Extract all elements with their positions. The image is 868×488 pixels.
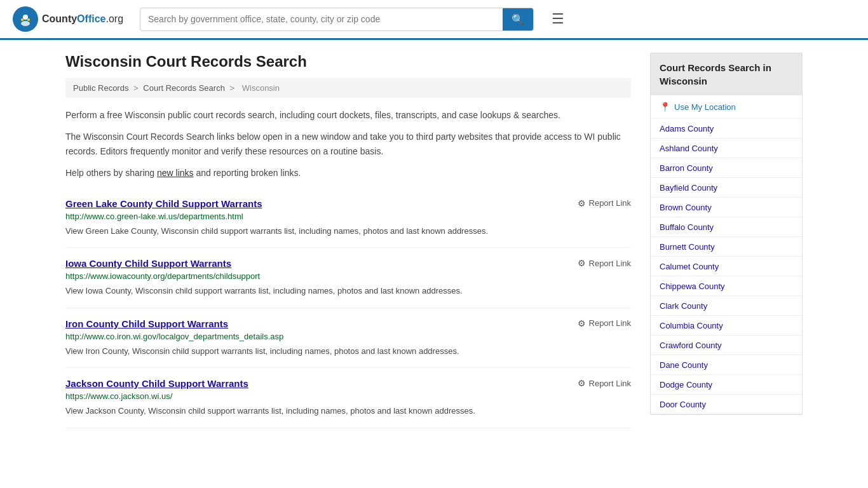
result-header-0: Green Lake County Child Support Warrants…: [65, 198, 631, 209]
report-icon-1: ⚙: [578, 258, 586, 268]
county-list-item: Brown County: [651, 198, 802, 217]
county-list-item: Chippewa County: [651, 276, 802, 296]
page-title: Wisconsin Court Records Search: [65, 53, 631, 71]
result-title-2[interactable]: Iron County Child Support Warrants: [65, 318, 228, 329]
county-link-dane-county[interactable]: Dane County: [660, 360, 708, 370]
desc-3-post: and reporting broken links.: [194, 168, 301, 178]
desc-3-pre: Help others by sharing: [65, 168, 157, 178]
report-link-button-0[interactable]: ⚙ Report Link: [578, 198, 631, 208]
results-list: Green Lake County Child Support Warrants…: [65, 188, 631, 428]
result-header-1: Iowa County Child Support Warrants ⚙ Rep…: [65, 258, 631, 269]
location-icon: 📍: [660, 102, 670, 112]
content-area: Wisconsin Court Records Search Public Re…: [65, 53, 631, 428]
result-url-0[interactable]: http://www.co.green-lake.wi.us/departmen…: [65, 212, 631, 221]
report-icon-3: ⚙: [578, 378, 586, 388]
sidebar-box: Court Records Search in Wisconsin 📍 Use …: [650, 53, 803, 415]
result-item: Jackson County Child Support Warrants ⚙ …: [65, 368, 631, 428]
county-list-item: Adams County: [651, 119, 802, 139]
report-link-button-3[interactable]: ⚙ Report Link: [578, 378, 631, 388]
county-list-item: Burnett County: [651, 237, 802, 257]
breadcrumb: Public Records > Court Records Search > …: [65, 78, 631, 98]
county-list-item: Barron County: [651, 158, 802, 178]
sidebar: Court Records Search in Wisconsin 📍 Use …: [650, 53, 803, 428]
site-header: CountyOffice.org 🔍 ☰: [0, 0, 868, 40]
hamburger-menu-button[interactable]: ☰: [546, 8, 569, 30]
desc-2: The Wisconsin Court Records Search links…: [65, 130, 631, 158]
search-button[interactable]: 🔍: [503, 8, 533, 30]
county-link-barron-county[interactable]: Barron County: [660, 163, 713, 173]
new-links-link[interactable]: new links: [157, 168, 194, 178]
result-header-3: Jackson County Child Support Warrants ⚙ …: [65, 378, 631, 389]
report-link-label-1: Report Link: [589, 259, 631, 268]
county-list-item: Ashland County: [651, 139, 802, 158]
county-link-chippewa-county[interactable]: Chippewa County: [660, 281, 725, 291]
svg-point-1: [23, 15, 28, 20]
county-link-buffalo-county[interactable]: Buffalo County: [660, 222, 714, 232]
county-list-item: Bayfield County: [651, 178, 802, 198]
county-list-item: Dane County: [651, 355, 802, 375]
county-link-calumet-county[interactable]: Calumet County: [660, 262, 719, 271]
result-desc-2: View Iron County, Wisconsin child suppor…: [65, 345, 631, 358]
breadcrumb-court-records[interactable]: Court Records Search: [143, 83, 225, 93]
result-desc-3: View Jackson County, Wisconsin child sup…: [65, 405, 631, 417]
logo-icon: [13, 6, 38, 32]
county-link-bayfield-county[interactable]: Bayfield County: [660, 183, 717, 193]
result-url-1[interactable]: https://www.iowacounty.org/departments/c…: [65, 271, 631, 281]
use-my-location-button[interactable]: 📍 Use My Location: [651, 95, 802, 119]
result-desc-1: View Iowa County, Wisconsin child suppor…: [65, 285, 631, 297]
svg-point-2: [21, 21, 30, 26]
result-desc-0: View Green Lake County, Wisconsin child …: [65, 225, 631, 238]
report-link-label-2: Report Link: [589, 318, 631, 328]
county-list-item: Door County: [651, 395, 802, 414]
result-url-2[interactable]: http://www.co.iron.wi.gov/localgov_depar…: [65, 332, 631, 341]
county-link-clark-county[interactable]: Clark County: [660, 301, 707, 311]
breadcrumb-public-records[interactable]: Public Records: [73, 83, 128, 93]
result-title-1[interactable]: Iowa County Child Support Warrants: [65, 258, 231, 269]
result-item: Iron County Child Support Warrants ⚙ Rep…: [65, 308, 631, 369]
desc-1: Perform a free Wisconsin public court re…: [65, 108, 631, 122]
county-list-item: Clark County: [651, 296, 802, 316]
county-list-item: Buffalo County: [651, 217, 802, 237]
search-input[interactable]: [140, 9, 503, 29]
county-link-dodge-county[interactable]: Dodge County: [660, 380, 712, 390]
county-link-door-county[interactable]: Door County: [660, 400, 706, 409]
report-link-label-3: Report Link: [589, 379, 631, 388]
report-link-label-0: Report Link: [589, 198, 631, 208]
county-link-burnett-county[interactable]: Burnett County: [660, 242, 715, 252]
county-link-adams-county[interactable]: Adams County: [660, 124, 714, 133]
result-item: Iowa County Child Support Warrants ⚙ Rep…: [65, 248, 631, 308]
result-title-0[interactable]: Green Lake County Child Support Warrants: [65, 198, 262, 209]
sidebar-title: Court Records Search in Wisconsin: [651, 53, 802, 95]
logo-area: CountyOffice.org: [13, 6, 127, 32]
use-my-location-label: Use My Location: [674, 102, 736, 112]
result-item: Green Lake County Child Support Warrants…: [65, 188, 631, 248]
breadcrumb-sep-2: >: [230, 83, 235, 93]
county-list: Adams CountyAshland CountyBarron CountyB…: [651, 119, 802, 414]
report-link-button-1[interactable]: ⚙ Report Link: [578, 258, 631, 268]
county-list-item: Crawford County: [651, 336, 802, 355]
county-link-brown-county[interactable]: Brown County: [660, 203, 712, 212]
result-header-2: Iron County Child Support Warrants ⚙ Rep…: [65, 318, 631, 329]
desc-3: Help others by sharing new links and rep…: [65, 166, 631, 180]
report-icon-2: ⚙: [578, 318, 586, 329]
result-url-3[interactable]: https://www.co.jackson.wi.us/: [65, 391, 631, 401]
logo-text: CountyOffice.org: [42, 13, 123, 25]
report-icon-0: ⚙: [578, 198, 586, 208]
county-link-ashland-county[interactable]: Ashland County: [660, 144, 718, 153]
county-list-item: Dodge County: [651, 375, 802, 395]
result-title-3[interactable]: Jackson County Child Support Warrants: [65, 378, 248, 389]
county-list-item: Columbia County: [651, 316, 802, 336]
svg-point-3: [21, 18, 24, 21]
breadcrumb-sep-1: >: [133, 83, 139, 93]
svg-point-4: [27, 18, 30, 21]
county-list-item: Calumet County: [651, 257, 802, 276]
report-link-button-2[interactable]: ⚙ Report Link: [578, 318, 631, 329]
main-container: Wisconsin Court Records Search Public Re…: [53, 40, 815, 441]
county-link-columbia-county[interactable]: Columbia County: [660, 321, 723, 330]
breadcrumb-wisconsin: Wisconsin: [242, 83, 280, 93]
search-bar: 🔍: [140, 8, 534, 31]
county-link-crawford-county[interactable]: Crawford County: [660, 341, 722, 350]
